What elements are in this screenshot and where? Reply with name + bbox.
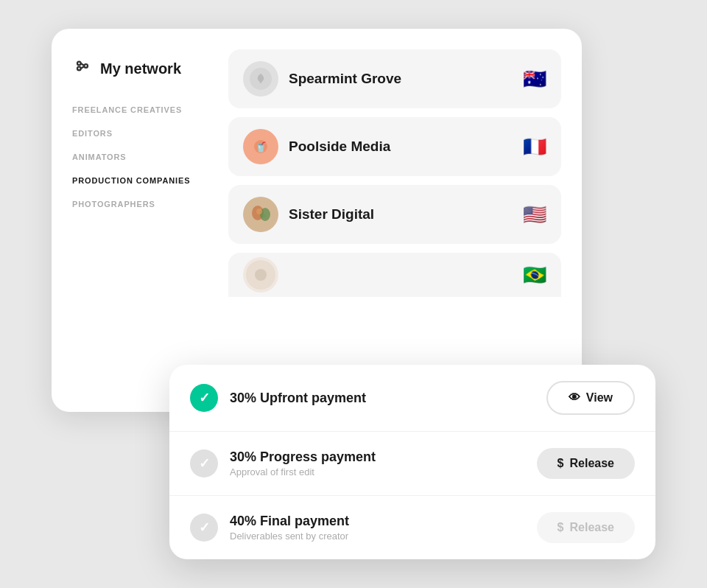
poolside-avatar-image: 🥤 (250, 136, 272, 158)
dollar-icon-final: $ (557, 521, 564, 534)
payment-title-final: 40% Final payment (230, 514, 525, 529)
check-circle-final: ✓ (190, 514, 218, 542)
release-label-final: Release (570, 521, 615, 534)
svg-line-3 (81, 63, 85, 66)
svg-point-2 (84, 64, 88, 68)
avatar-sister (243, 197, 278, 232)
avatar-poolside: 🥤 (243, 129, 278, 164)
spearmint-avatar-image (250, 68, 272, 90)
svg-text:🥤: 🥤 (255, 141, 267, 153)
network-item-sister[interactable]: Sister Digital 🇺🇸 (228, 185, 561, 244)
view-button-label: View (586, 391, 613, 405)
payment-row-upfront: ✓ 30% Upfront payment 👁 View (169, 365, 655, 432)
checkmark-progress: ✓ (199, 455, 210, 472)
payment-title-upfront: 30% Upfront payment (230, 391, 535, 406)
network-list: Spearmint Grove 🇦🇺 🥤 Poolside Media 🇫🇷 (228, 29, 582, 412)
sister-avatar-image (243, 197, 278, 232)
network-item-partial[interactable]: 🇧🇷 (228, 253, 561, 297)
release-button-final[interactable]: $ Release (537, 512, 635, 543)
network-card: My network FREELANCE CREATIVES EDITORS A… (52, 29, 582, 412)
partial-avatar-image (246, 260, 275, 290)
avatar-partial (243, 257, 278, 293)
flag-partial: 🇧🇷 (523, 264, 546, 287)
eye-icon: 👁 (569, 391, 580, 405)
flag-poolside: 🇫🇷 (523, 136, 546, 158)
check-circle-progress: ✓ (190, 449, 218, 477)
payment-card: ✓ 30% Upfront payment 👁 View ✓ 30% Progr… (169, 365, 655, 559)
network-name-sister: Sister Digital (289, 206, 513, 223)
release-label-progress: Release (570, 457, 615, 470)
payment-row-final: ✓ 40% Final payment Deliverables sent by… (169, 496, 655, 559)
sidebar-item-photographers[interactable]: PHOTOGRAPHERS (72, 200, 208, 209)
network-item-poolside[interactable]: 🥤 Poolside Media 🇫🇷 (228, 117, 561, 176)
svg-point-16 (255, 269, 267, 281)
svg-line-4 (81, 66, 85, 69)
payment-info-progress: 30% Progress payment Approval of first e… (230, 449, 525, 477)
payment-row-progress: ✓ 30% Progress payment Approval of first… (169, 432, 655, 496)
payment-info-upfront: 30% Upfront payment (230, 391, 535, 406)
network-name-poolside: Poolside Media (289, 139, 513, 155)
svg-point-6 (258, 75, 261, 78)
sidebar-item-editors[interactable]: EDITORS (72, 129, 208, 138)
sidebar-header: My network (72, 58, 208, 79)
flag-spearmint: 🇦🇺 (523, 68, 546, 91)
payment-subtitle-final: Deliverables sent by creator (230, 531, 525, 542)
payment-title-progress: 30% Progress payment (230, 449, 525, 465)
scene: My network FREELANCE CREATIVES EDITORS A… (52, 29, 655, 559)
dollar-icon-progress: $ (557, 457, 564, 470)
network-icon (72, 58, 93, 79)
flag-sister: 🇺🇸 (523, 203, 546, 226)
view-button[interactable]: 👁 View (546, 381, 635, 415)
svg-point-1 (77, 67, 81, 71)
check-circle-upfront: ✓ (190, 384, 218, 412)
release-button-progress[interactable]: $ Release (537, 448, 635, 479)
payment-info-final: 40% Final payment Deliverables sent by c… (230, 514, 525, 542)
sidebar-item-animators[interactable]: ANIMATORS (72, 153, 208, 161)
network-name-spearmint: Spearmint Grove (289, 71, 513, 87)
svg-point-13 (256, 209, 262, 214)
sidebar-item-production[interactable]: PRODUCTION COMPANIES (72, 176, 208, 185)
sidebar-title: My network (100, 60, 181, 77)
avatar-spearmint (243, 61, 278, 97)
payment-subtitle-progress: Approval of first edit (230, 466, 525, 477)
network-item-spearmint[interactable]: Spearmint Grove 🇦🇺 (228, 49, 561, 108)
sidebar-item-freelance[interactable]: FREELANCE CREATIVES (72, 105, 208, 114)
svg-point-0 (77, 62, 81, 66)
checkmark-final: ✓ (199, 519, 210, 536)
checkmark-upfront: ✓ (199, 390, 210, 406)
sidebar: My network FREELANCE CREATIVES EDITORS A… (52, 29, 228, 412)
svg-point-14 (261, 214, 266, 218)
